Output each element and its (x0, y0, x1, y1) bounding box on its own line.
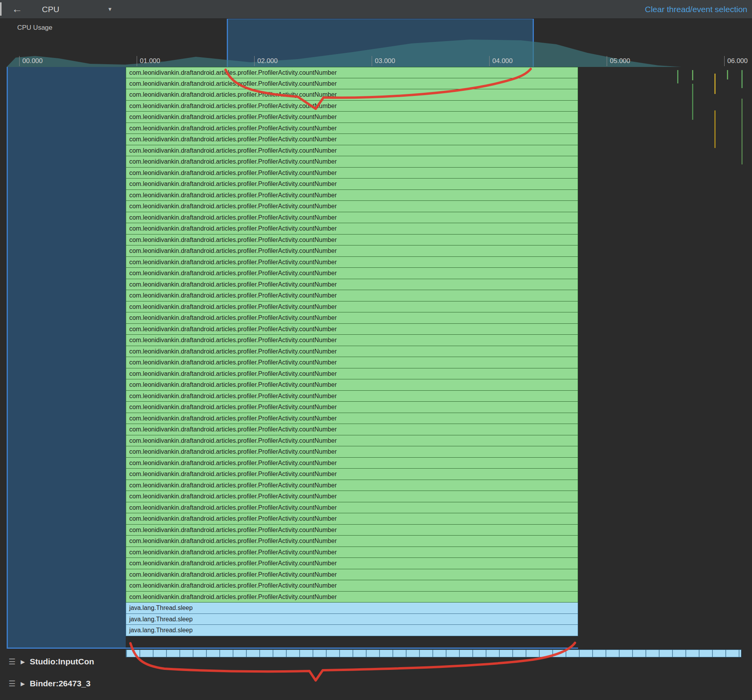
trace-event-mark (727, 70, 728, 79)
flame-bar-method[interactable]: com.leonidivankin.draftandroid.articles.… (126, 513, 578, 525)
expand-arrow-icon[interactable]: ▶ (21, 659, 25, 665)
flame-bar-method[interactable]: com.leonidivankin.draftandroid.articles.… (126, 223, 578, 235)
flame-bar-method[interactable]: com.leonidivankin.draftandroid.articles.… (126, 179, 578, 190)
thread-state-track[interactable] (126, 649, 741, 657)
flame-bar-method[interactable]: com.leonidivankin.draftandroid.articles.… (126, 379, 578, 391)
flame-bar-method[interactable]: com.leonidivankin.draftandroid.articles.… (126, 279, 578, 290)
selection-bottom-border (7, 648, 578, 649)
hamburger-icon[interactable]: ☰ (9, 657, 16, 666)
ruler-tick-label: 01.000 (137, 56, 160, 66)
thread-label: Studio:InputCon (30, 657, 94, 666)
ruler-tick-label: 04.000 (489, 56, 513, 66)
trace-event-mark (692, 70, 693, 80)
flame-bar-sleep[interactable]: java.lang.Thread.sleep (126, 614, 578, 625)
toolbar: ← CPU ▼ Clear thread/event selection (0, 0, 752, 19)
flame-bar-method[interactable]: com.leonidivankin.draftandroid.articles.… (126, 413, 578, 424)
flame-bar-method[interactable]: com.leonidivankin.draftandroid.articles.… (126, 502, 578, 514)
flame-bar-method[interactable]: com.leonidivankin.draftandroid.articles.… (126, 145, 578, 157)
flame-bar-method[interactable]: com.leonidivankin.draftandroid.articles.… (126, 558, 578, 569)
flame-bar-method[interactable]: com.leonidivankin.draftandroid.articles.… (126, 458, 578, 469)
flame-bar-method[interactable]: com.leonidivankin.draftandroid.articles.… (126, 491, 578, 502)
flame-bar-method[interactable]: com.leonidivankin.draftandroid.articles.… (126, 335, 578, 346)
flame-bar-method[interactable]: com.leonidivankin.draftandroid.articles.… (126, 235, 578, 246)
flame-bar-method[interactable]: com.leonidivankin.draftandroid.articles.… (126, 301, 578, 313)
trace-event-mark (677, 70, 678, 83)
ruler-tick-label: 00.000 (19, 56, 43, 66)
flame-bar-method[interactable]: com.leonidivankin.draftandroid.articles.… (126, 469, 578, 480)
flame-bar-method[interactable]: com.leonidivankin.draftandroid.articles.… (126, 525, 578, 536)
back-button[interactable]: ← (12, 3, 22, 15)
flame-bar-method[interactable]: com.leonidivankin.draftandroid.articles.… (126, 368, 578, 380)
window-edge-mark (0, 2, 2, 16)
ruler-tick-label: 02.000 (254, 56, 278, 66)
flame-bar-method[interactable]: com.leonidivankin.draftandroid.articles.… (126, 67, 578, 78)
thread-row-binder[interactable]: ☰ ▶ Binder:26473_3 (0, 675, 126, 692)
flame-bar-method[interactable]: com.leonidivankin.draftandroid.articles.… (126, 424, 578, 435)
cpu-usage-overview: CPU Usage 00.00001.00002.00003.00004.000… (0, 18, 752, 67)
expand-arrow-icon[interactable]: ▶ (21, 681, 25, 687)
flame-bar-method[interactable]: com.leonidivankin.draftandroid.articles.… (126, 268, 578, 279)
trace-event-mark (714, 110, 716, 148)
trace-event-mark (692, 84, 693, 120)
flame-bar-method[interactable]: com.leonidivankin.draftandroid.articles.… (126, 547, 578, 558)
ruler-tick-label: 05.000 (607, 56, 630, 66)
flame-bar-method[interactable]: com.leonidivankin.draftandroid.articles.… (126, 580, 578, 592)
flame-bar-method[interactable]: com.leonidivankin.draftandroid.articles.… (126, 346, 578, 357)
flame-bar-method[interactable]: com.leonidivankin.draftandroid.articles.… (126, 435, 578, 447)
flame-bar-method[interactable]: com.leonidivankin.draftandroid.articles.… (126, 324, 578, 335)
flame-bar-method[interactable]: com.leonidivankin.draftandroid.articles.… (126, 201, 578, 212)
chevron-down-icon: ▼ (107, 6, 112, 12)
flame-bar-method[interactable]: com.leonidivankin.draftandroid.articles.… (126, 212, 578, 224)
trace-event-mark (714, 74, 716, 94)
flame-bar-sleep[interactable]: java.lang.Thread.sleep (126, 603, 578, 614)
flame-bar-method[interactable]: com.leonidivankin.draftandroid.articles.… (126, 446, 578, 458)
clear-thread-selection-link[interactable]: Clear thread/event selection (645, 5, 748, 14)
flame-bar-method[interactable]: com.leonidivankin.draftandroid.articles.… (126, 134, 578, 145)
trace-event-mark (741, 70, 743, 88)
flame-bar-method[interactable]: com.leonidivankin.draftandroid.articles.… (126, 123, 578, 134)
flame-bar-method[interactable]: com.leonidivankin.draftandroid.articles.… (126, 480, 578, 491)
thread-label: Binder:26473_3 (30, 679, 90, 688)
profiler-view-label: CPU (42, 5, 59, 14)
flame-bar-method[interactable]: com.leonidivankin.draftandroid.articles.… (126, 257, 578, 268)
profiler-view-dropdown[interactable]: CPU ▼ (42, 5, 112, 14)
flame-bar-method[interactable]: com.leonidivankin.draftandroid.articles.… (126, 89, 578, 101)
flame-bar-method[interactable]: com.leonidivankin.draftandroid.articles.… (126, 402, 578, 413)
flame-bar-method[interactable]: com.leonidivankin.draftandroid.articles.… (126, 168, 578, 179)
flame-bar-method[interactable]: com.leonidivankin.draftandroid.articles.… (126, 78, 578, 90)
flame-chart: com.leonidivankin.draftandroid.articles.… (126, 67, 578, 636)
timeline-ruler: 00.00001.00002.00003.00004.00005.00006.0… (0, 18, 752, 67)
flame-bar-method[interactable]: com.leonidivankin.draftandroid.articles.… (126, 312, 578, 324)
thread-row-studio-inputcon[interactable]: ☰ ▶ Studio:InputCon (0, 653, 126, 670)
flame-bar-method[interactable]: com.leonidivankin.draftandroid.articles.… (126, 290, 578, 301)
flame-bar-method[interactable]: com.leonidivankin.draftandroid.articles.… (126, 245, 578, 257)
flame-bar-method[interactable]: com.leonidivankin.draftandroid.articles.… (126, 156, 578, 168)
trace-event-mark (741, 99, 743, 164)
flame-bar-method[interactable]: com.leonidivankin.draftandroid.articles.… (126, 569, 578, 581)
flame-bar-method[interactable]: com.leonidivankin.draftandroid.articles.… (126, 592, 578, 603)
flame-bar-method[interactable]: com.leonidivankin.draftandroid.articles.… (126, 357, 578, 368)
ruler-tick-label: 06.000 (724, 56, 748, 66)
ruler-tick-label: 03.000 (372, 56, 395, 66)
flame-bar-method[interactable]: com.leonidivankin.draftandroid.articles.… (126, 536, 578, 547)
flame-bar-method[interactable]: com.leonidivankin.draftandroid.articles.… (126, 391, 578, 402)
flame-bar-method[interactable]: com.leonidivankin.draftandroid.articles.… (126, 190, 578, 201)
flame-bar-method[interactable]: com.leonidivankin.draftandroid.articles.… (126, 101, 578, 112)
hamburger-icon[interactable]: ☰ (9, 679, 16, 688)
selected-thread-lane[interactable] (7, 67, 126, 649)
flame-bar-sleep[interactable]: java.lang.Thread.sleep (126, 625, 578, 636)
flame-bar-method[interactable]: com.leonidivankin.draftandroid.articles.… (126, 112, 578, 123)
